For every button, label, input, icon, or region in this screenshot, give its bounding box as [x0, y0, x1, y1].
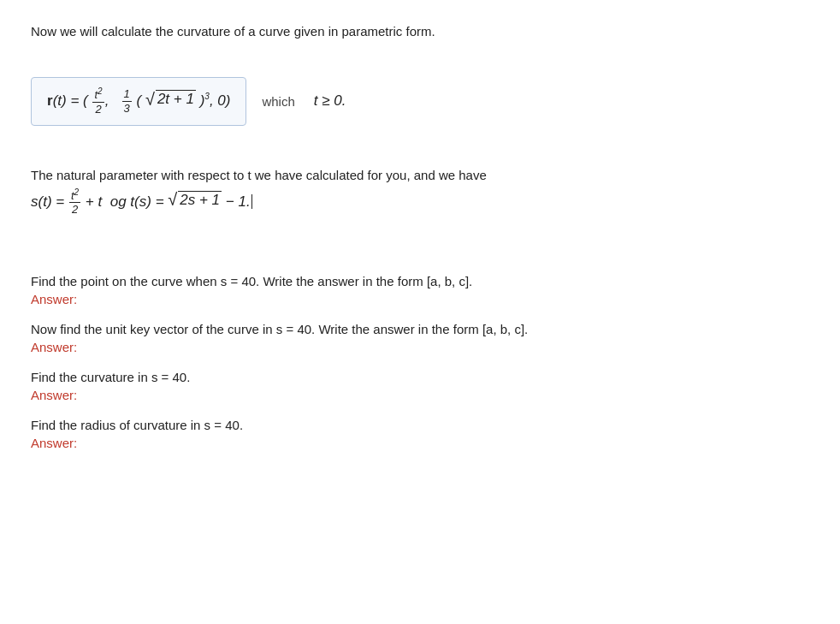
sqrt-2s-plus-1: √ 2s + 1 — [168, 191, 222, 209]
question-block-2: Now find the unit key vector of the curv… — [31, 322, 809, 354]
condition-text: t ≥ 0. — [314, 92, 346, 110]
natural-param-intro: The natural parameter with respect to t … — [31, 168, 809, 182]
formula-r: r(t) = ( t2 2 , 1 3 ( √ 2t + 1 )3, 0) — [47, 92, 230, 109]
frac-t2-2: t2 2 — [92, 86, 104, 116]
question-text-4: Find the radius of curvature in s = 40. — [31, 418, 809, 432]
answer-label-4: Answer: — [31, 436, 809, 450]
frac-1-3: 1 3 — [122, 87, 132, 115]
question-block-4: Find the radius of curvature in s = 40. … — [31, 418, 809, 450]
natural-param-section: The natural parameter with respect to t … — [31, 168, 809, 217]
answer-label-1: Answer: — [31, 292, 809, 306]
text-cursor — [251, 194, 252, 209]
question-block-3: Find the curvature in s = 40. Answer: — [31, 370, 809, 402]
answer-label-2: Answer: — [31, 340, 809, 354]
sqrt-2t-plus-1: √ 2t + 1 — [145, 90, 196, 108]
which-label: which — [262, 94, 294, 109]
intro-text: Now we will calculate the curvature of a… — [31, 24, 809, 39]
question-text-1: Find the point on the curve when s = 40.… — [31, 274, 809, 288]
questions-section: Find the point on the curve when s = 40.… — [31, 274, 809, 450]
answer-label-3: Answer: — [31, 388, 809, 402]
formula-block: r(t) = ( t2 2 , 1 3 ( √ 2t + 1 )3, 0) wh… — [31, 77, 809, 126]
question-text-3: Find the curvature in s = 40. — [31, 370, 809, 384]
question-text-2: Now find the unit key vector of the curv… — [31, 322, 809, 336]
frac-t2-2-nat: t2 2 — [69, 187, 80, 217]
natural-param-formula: s(t) = t2 2 + t og t(s) = √ 2s + 1 − 1. — [31, 187, 809, 217]
question-block-1: Find the point on the curve when s = 40.… — [31, 274, 809, 306]
formula-box: r(t) = ( t2 2 , 1 3 ( √ 2t + 1 )3, 0) — [31, 77, 246, 126]
